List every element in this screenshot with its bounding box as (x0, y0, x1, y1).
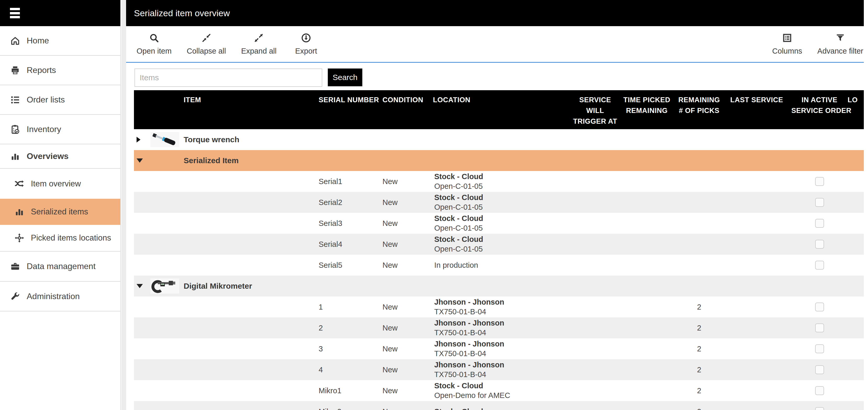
collapse-all-button[interactable]: Collapse all (187, 33, 226, 56)
scrollbar-track[interactable] (864, 0, 866, 410)
column-header-line: REMAINING (676, 95, 722, 105)
location-secondary: Open-Demo for AMEC (434, 391, 510, 400)
bar-chart-icon (13, 206, 25, 218)
service-order-checkbox[interactable] (815, 303, 824, 311)
table-row[interactable]: Mikro1NewStock - CloudOpen-Demo for AMEC… (134, 380, 866, 401)
location-primary: Jhonson - Jhonson (434, 339, 504, 349)
cell-remaining-picks: 2 (676, 401, 722, 410)
service-order-checkbox[interactable] (815, 407, 824, 410)
home-icon (9, 35, 21, 46)
expand-toggle-expanded-icon[interactable] (136, 158, 143, 163)
table-row[interactable]: Serial1NewStock - CloudOpen-C-01-05 (134, 171, 866, 192)
column-header-last-service: LAST SERVICE (722, 90, 792, 129)
column-header-line: ITEM (184, 95, 319, 105)
search-input[interactable] (134, 68, 322, 87)
advance-filter-button[interactable]: Advance filter (817, 33, 863, 56)
service-order-checkbox[interactable] (815, 240, 824, 249)
bar-chart-icon (9, 151, 21, 162)
column-header-time-picked-remaining: TIME PICKEDREMAINING (617, 90, 676, 129)
cell-condition: New (382, 171, 433, 192)
cell-expander (134, 401, 150, 410)
search-button[interactable]: Search (328, 68, 362, 86)
cell-item: Digital Mikrometer (184, 276, 319, 296)
export-button[interactable]: Export (292, 33, 320, 56)
hamburger-menu-icon[interactable] (10, 8, 20, 18)
service-order-checkbox[interactable] (815, 344, 824, 353)
group-name: Torque wrench (184, 135, 239, 144)
sidebar-item-inventory[interactable]: Inventory (0, 115, 120, 144)
service-order-checkbox[interactable] (815, 365, 824, 374)
cell-location: Stock - CloudOpen-C-01-05 (433, 213, 573, 234)
open-item-button[interactable]: Open item (136, 33, 172, 56)
expand-all-button[interactable]: Expand all (241, 33, 277, 56)
expand-toggle-collapsed-icon[interactable] (136, 137, 141, 143)
cell-last-service (722, 359, 792, 380)
group-row[interactable]: Serialized Item (134, 150, 866, 171)
cell-in-active-service-order (792, 276, 847, 296)
expand-icon (253, 33, 264, 44)
cell-item (184, 338, 319, 359)
cell-thumbnail (150, 234, 184, 255)
sidebar-item-data-management[interactable]: Data management (0, 252, 120, 282)
column-header-line: SERIAL NUMBER (319, 95, 382, 105)
column-header-thumbnail (150, 90, 184, 129)
table-row[interactable]: 2NewJhonson - JhonsonTX750-01-B-042 (134, 317, 866, 338)
condition-value: New (382, 407, 398, 410)
table-row[interactable]: Mikro2NewStock - Cloud2 (134, 401, 866, 410)
serial-number-value: Serial5 (319, 261, 342, 270)
service-order-checkbox[interactable] (815, 219, 824, 228)
table-row[interactable]: Serial5NewIn production (134, 255, 866, 276)
cell-service-will-trigger-at (573, 171, 617, 192)
sidebar-item-item-overview[interactable]: Item overview (0, 169, 120, 199)
sidebar-item-label: Administration (27, 291, 80, 301)
service-order-checkbox[interactable] (815, 198, 824, 207)
columns-button[interactable]: Columns (772, 33, 802, 56)
cell-lo (847, 401, 866, 410)
group-name: Serialized Item (184, 156, 239, 165)
cell-location: Stock - CloudOpen-C-01-05 (433, 234, 573, 255)
search-row: Search (134, 68, 362, 87)
table-row[interactable]: 4NewJhonson - JhonsonTX750-01-B-042 (134, 359, 866, 380)
table-row[interactable]: 1NewJhonson - JhonsonTX750-01-B-042 (134, 296, 866, 317)
cell-lo (847, 296, 866, 317)
sidebar-item-label: Reports (27, 65, 56, 75)
shuffle-icon (13, 178, 25, 190)
cell-expander (134, 359, 150, 380)
cell-serial-number: Mikro1 (319, 380, 382, 401)
sidebar-item-reports[interactable]: Reports (0, 56, 120, 85)
group-row[interactable]: Digital Mikrometer (134, 276, 866, 296)
cell-item (184, 213, 319, 234)
sidebar-item-administration[interactable]: Administration (0, 282, 120, 311)
app-window: HomeReportsOrder listsInventoryOverviews… (0, 0, 868, 410)
table-row[interactable]: 3NewJhonson - JhonsonTX750-01-B-042 (134, 338, 866, 359)
sidebar-item-picked-items-locations[interactable]: Picked items locations (0, 225, 120, 252)
location-value: In production (433, 260, 478, 270)
cell-item (184, 192, 319, 213)
condition-value: New (382, 303, 398, 311)
remaining-picks-value: 2 (697, 324, 701, 332)
serialized-items-table: ITEMSERIAL NUMBERCONDITIONLOCATIONSERVIC… (134, 90, 866, 410)
cell-time-picked-remaining (617, 276, 676, 296)
expand-toggle-expanded-icon[interactable] (136, 284, 143, 288)
sidebar-item-serialized-items[interactable]: Serialized items (0, 199, 120, 225)
cell-condition (382, 276, 433, 296)
cell-remaining-picks (676, 276, 722, 296)
service-order-checkbox[interactable] (815, 386, 824, 395)
table-row[interactable]: Serial2NewStock - CloudOpen-C-01-05 (134, 192, 866, 213)
service-order-checkbox[interactable] (815, 177, 824, 186)
columns-icon (782, 33, 793, 44)
table-row[interactable]: Serial4NewStock - CloudOpen-C-01-05 (134, 234, 866, 255)
cell-service-will-trigger-at (573, 401, 617, 410)
cell-location (433, 276, 573, 296)
sidebar-item-label: Order lists (27, 95, 65, 104)
sidebar-item-order-lists[interactable]: Order lists (0, 85, 120, 115)
cell-service-will-trigger-at (573, 213, 617, 234)
service-order-checkbox[interactable] (815, 261, 824, 270)
cell-expander (134, 338, 150, 359)
sidebar-item-overviews[interactable]: Overviews (0, 144, 120, 169)
table-row[interactable]: Serial3NewStock - CloudOpen-C-01-05 (134, 213, 866, 234)
service-order-checkbox[interactable] (815, 323, 824, 332)
group-row[interactable]: Torque wrench (134, 129, 866, 150)
sidebar-item-home[interactable]: Home (0, 26, 120, 56)
filter-icon (835, 33, 845, 44)
